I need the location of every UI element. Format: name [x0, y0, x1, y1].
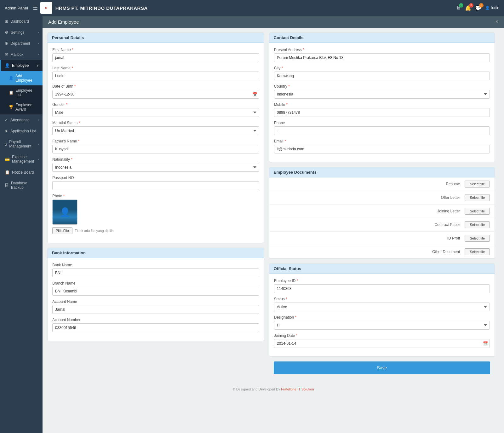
close-button[interactable]: × [495, 19, 498, 25]
header-right-icons: 🖥 1 🔔 2 💬 1 👤 ludin [456, 5, 499, 11]
main-layout: ⊞ Dashboard ⚙ Settings › ⊕ Department › … [0, 16, 504, 433]
address-label: Present Address * [274, 48, 490, 52]
bank-name-input[interactable] [52, 268, 259, 277]
user-icon: 👤 [485, 6, 490, 10]
admin-panel-label: Admin Panel [5, 6, 28, 10]
employee-sub-menu: 👤 Add Employee 📋 Employee List 🏆 Employe… [0, 71, 43, 114]
footer-link[interactable]: Fratellone IT Solution [281, 387, 314, 391]
chevron-right-icon: › [38, 31, 39, 34]
account-number-group: Account Number [52, 318, 259, 332]
sidebar-item-expense[interactable]: 💳 Expense Management › [0, 152, 43, 167]
address-group: Present Address * [274, 48, 490, 62]
employee-documents-body: Resume Select file Offer Letter Select f… [269, 177, 495, 258]
passport-input[interactable] [52, 181, 259, 190]
offer-letter-select-button[interactable]: Select file [465, 194, 490, 201]
official-status-body: Employee ID * Status * Active Inactive [269, 274, 495, 356]
designation-select[interactable]: IT HR Finance [274, 321, 490, 330]
email-input[interactable] [274, 145, 490, 153]
city-input[interactable] [274, 72, 490, 80]
brand-name: HRMS PT. MITRINDO DUTAPRAKARSA [55, 5, 148, 11]
employee-id-input[interactable] [274, 284, 490, 293]
sidebar: ⊞ Dashboard ⚙ Settings › ⊕ Department › … [0, 16, 43, 433]
marital-status-label: Maratial Status * [52, 121, 259, 125]
attendance-icon: ✓ [5, 118, 8, 122]
sidebar-sub-item-label: Add Employee [15, 74, 39, 83]
joining-date-input[interactable] [274, 339, 490, 348]
sidebar-sub-item-employee-award[interactable]: 🏆 Employee Award [0, 100, 43, 114]
calendar-icon[interactable]: 📅 [252, 92, 257, 97]
bank-name-group: Bank Name [52, 263, 259, 277]
sidebar-item-employee[interactable]: 👤 Employee ∨ [0, 60, 43, 71]
account-name-input[interactable] [52, 305, 259, 314]
country-select[interactable]: Indonesia Other [274, 90, 490, 99]
sidebar-sub-item-employee-list[interactable]: 📋 Employee List [0, 85, 43, 100]
contract-paper-select-button[interactable]: Select file [465, 221, 490, 228]
joining-letter-select-button[interactable]: Select file [465, 208, 490, 215]
menu-toggle-icon[interactable]: ☰ [33, 4, 38, 11]
country-group: Country * Indonesia Other [274, 84, 490, 99]
fathers-name-input[interactable] [52, 145, 259, 153]
status-select[interactable]: Active Inactive [274, 303, 490, 311]
other-document-select-button[interactable]: Select file [465, 248, 490, 255]
nationality-select[interactable]: Indonesia Other [52, 163, 259, 172]
notification-icon-2[interactable]: 🔔 2 [465, 5, 471, 11]
address-input[interactable] [274, 53, 490, 62]
country-label: Country * [274, 84, 490, 89]
sidebar-item-dashboard[interactable]: ⊞ Dashboard [0, 16, 43, 27]
user-info[interactable]: 👤 ludin [485, 6, 499, 10]
passport-label: Passport NO [52, 176, 259, 180]
badge-3: 1 [479, 3, 484, 8]
award-icon: 🏆 [9, 105, 14, 109]
calendar-icon-joining[interactable]: 📅 [483, 341, 488, 346]
marital-status-select[interactable]: Un-Married Married Divorced [52, 126, 259, 135]
sidebar-item-payroll[interactable]: $ Payroll Management › [0, 136, 43, 152]
sidebar-item-mailbox[interactable]: ✉ Mailbox › [0, 49, 43, 60]
gender-select[interactable]: Male Female [52, 108, 259, 117]
employee-documents-header: Employee Documents [269, 167, 495, 177]
file-choose-area: Pilih File Tidak ada file yang dipilih [52, 227, 259, 234]
nationality-label: Nationality * [52, 157, 259, 162]
page-header: Add Employee × [43, 16, 504, 28]
notification-icon-3[interactable]: 💬 1 [475, 5, 481, 11]
choose-file-button[interactable]: Pilih File [52, 227, 72, 234]
bank-name-label: Bank Name [52, 263, 259, 267]
chevron-right-icon: › [38, 118, 39, 122]
offer-letter-label: Offer Letter [425, 195, 460, 200]
status-group: Status * Active Inactive [274, 297, 490, 311]
first-name-input[interactable] [52, 53, 259, 62]
add-employee-icon: 👤 [9, 76, 14, 80]
payroll-icon: $ [5, 142, 7, 147]
resume-select-button[interactable]: Select file [465, 181, 490, 188]
contract-paper-label: Contract Paper [425, 222, 460, 227]
sidebar-item-notice-board[interactable]: 📋 Notice Board [0, 167, 43, 178]
list-icon: 📋 [9, 90, 14, 95]
last-name-input[interactable] [52, 72, 259, 80]
sidebar-item-department[interactable]: ⊕ Department › [0, 38, 43, 49]
id-proff-select-button[interactable]: Select file [465, 235, 490, 242]
chevron-right-icon: › [38, 53, 39, 56]
right-column: Contact Details Present Address * City * [269, 32, 495, 379]
sidebar-item-application-list[interactable]: ➤ Application List [0, 125, 43, 136]
phone-input[interactable] [274, 126, 490, 135]
save-bar[interactable]: Save [274, 361, 490, 374]
designation-group: Designation * IT HR Finance [274, 315, 490, 330]
application-list-icon: ➤ [5, 129, 8, 133]
employee-id-group: Employee ID * [274, 279, 490, 293]
joining-date-label: Joining Date * [274, 333, 490, 338]
doc-row-offer-letter: Offer Letter Select file [269, 191, 495, 205]
marital-status-group: Maratial Status * Un-Married Married Div… [52, 121, 259, 135]
account-number-input[interactable] [52, 323, 259, 332]
chevron-right-icon: › [38, 142, 39, 146]
branch-name-label: Branch Name [52, 281, 259, 286]
branch-name-input[interactable] [52, 287, 259, 296]
sidebar-item-settings[interactable]: ⚙ Settings › [0, 27, 43, 38]
notification-icon-1[interactable]: 🖥 1 [456, 5, 461, 11]
doc-row-contract-paper: Contract Paper Select file [269, 218, 495, 232]
mobile-input[interactable] [274, 108, 490, 117]
dob-input[interactable] [52, 90, 259, 99]
account-name-group: Account Name [52, 299, 259, 314]
sidebar-item-database-backup[interactable]: 🗄 Database Backup [0, 178, 43, 193]
settings-icon: ⚙ [5, 30, 9, 35]
sidebar-sub-item-add-employee[interactable]: 👤 Add Employee [0, 71, 43, 85]
sidebar-item-attendance[interactable]: ✓ Attendance › [0, 114, 43, 125]
